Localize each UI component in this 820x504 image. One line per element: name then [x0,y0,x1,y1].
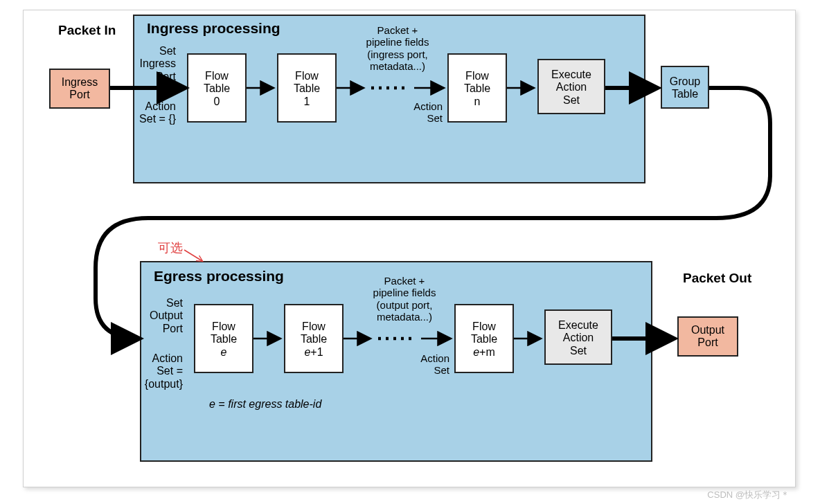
flow-table-1: Flow Table 1 [277,53,337,123]
group-table-text: Group Table [662,75,708,101]
egress-pipeline-fields: Packet + pipeline fields (output port, m… [353,275,456,323]
egress-action-set-init: Action Set = {output} [136,352,183,390]
ingress-execute-action: Execute Action Set [537,59,605,114]
flow-table-e-text: FlowTablee [211,321,237,358]
flow-table-em-text: FlowTablee+m [471,321,497,358]
egress-action-set: Action Set [408,352,449,377]
flow-table-1-text: Flow Table 1 [278,70,335,108]
ingress-execute-action-text: Execute Action Set [539,69,604,107]
egress-set-port: Set Output Port [144,297,183,335]
packet-in-label: Packet In [58,23,116,38]
optional-annotation: 可选 [158,240,183,256]
ingress-action-set-init: Action Set = {} [127,100,176,126]
egress-execute-action: Execute Action Set [544,309,612,365]
image-frame: Packet In Ingress Port Ingress processin… [23,10,796,487]
ingress-port-text: Ingress Port [51,76,109,102]
flow-table-e: FlowTablee [194,304,253,373]
flow-table-em: FlowTablee+m [454,304,514,373]
flow-table-0: Flow Table 0 [187,53,247,123]
flow-table-n-text: Flow Table n [449,70,506,108]
group-table: Group Table [661,66,709,109]
ingress-title: Ingress processing [147,20,280,37]
packet-out-label: Packet Out [683,271,751,286]
ingress-set-port: Set Ingress Port [137,45,176,83]
flow-table-e1: FlowTablee+1 [284,304,344,373]
output-port-box: Output Port [677,316,738,357]
flow-table-n: Flow Table n [447,53,507,123]
ingress-port-box: Ingress Port [49,69,110,109]
watermark-credit: CSDN @快乐学习＊ [707,489,790,501]
output-port-text: Output Port [679,324,737,350]
diagram-canvas: Packet In Ingress Port Ingress processin… [0,0,820,504]
flow-table-e1-text: FlowTablee+1 [301,321,327,358]
svg-line-7 [184,250,202,261]
egress-title: Egress processing [154,268,284,285]
flow-table-0-text: Flow Table 0 [188,70,245,108]
egress-execute-action-text: Execute Action Set [546,319,611,357]
ingress-pipeline-fields: Packet + pipeline fields (ingress port, … [346,24,449,72]
ingress-action-set: Action Set [401,100,443,125]
egress-footnote: e = first egress table-id [209,398,321,411]
